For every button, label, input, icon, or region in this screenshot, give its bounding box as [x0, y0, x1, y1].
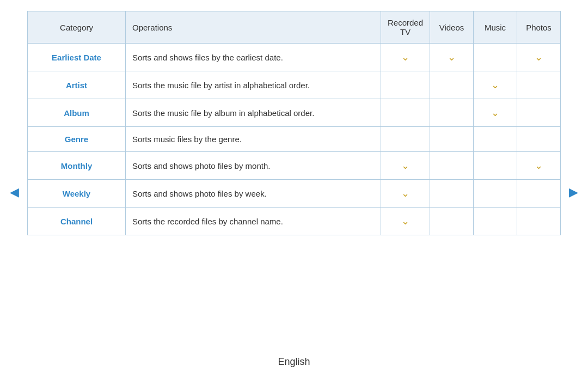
cell-music: ⌄: [474, 99, 517, 127]
cell-music: ⌄: [474, 71, 517, 99]
cell-operations: Sorts and shows photo files by month.: [126, 152, 381, 180]
cell-operations: Sorts and shows files by the earliest da…: [126, 44, 381, 71]
cell-videos: [430, 208, 474, 235]
cell-videos: [430, 71, 474, 99]
cell-photos: [517, 208, 561, 235]
cell-operations: Sorts music files by the genre.: [126, 127, 381, 152]
cell-operations: Sorts the music file by artist in alphab…: [126, 71, 381, 99]
cell-photos: [517, 71, 561, 99]
cell-category: Monthly: [28, 152, 126, 180]
checkmark-music: ⌄: [491, 107, 499, 119]
cell-operations: Sorts the music file by album in alphabe…: [126, 99, 381, 127]
header-videos: Videos: [430, 11, 474, 44]
header-music: Music: [474, 11, 517, 44]
cell-videos: [430, 152, 474, 180]
checkmark-videos: ⌄: [448, 51, 456, 63]
table-row: MonthlySorts and shows photo files by mo…: [28, 152, 561, 180]
table-header-row: Category Operations RecordedTV Videos Mu…: [28, 11, 561, 44]
cell-music: [474, 208, 517, 235]
cell-recorded: ⌄: [381, 180, 430, 208]
header-photos: Photos: [517, 11, 561, 44]
nav-arrow-right[interactable]: ▶: [569, 185, 578, 199]
cell-operations: Sorts the recorded files by channel name…: [126, 208, 381, 235]
cell-music: [474, 127, 517, 152]
cell-recorded: ⌄: [381, 208, 430, 235]
cell-photos: ⌄: [517, 152, 561, 180]
cell-music: [474, 180, 517, 208]
main-table: Category Operations RecordedTV Videos Mu…: [27, 11, 561, 235]
cell-recorded: [381, 127, 430, 152]
cell-photos: [517, 127, 561, 152]
cell-operations: Sorts and shows photo files by week.: [126, 180, 381, 208]
cell-category: Album: [28, 99, 126, 127]
header-operations: Operations: [126, 11, 381, 44]
footer-language: English: [278, 340, 310, 379]
checkmark-recorded: ⌄: [401, 187, 409, 199]
cell-recorded: [381, 99, 430, 127]
table-row: ChannelSorts the recorded files by chann…: [28, 208, 561, 235]
table-row: AlbumSorts the music file by album in al…: [28, 99, 561, 127]
cell-videos: [430, 127, 474, 152]
table-row: WeeklySorts and shows photo files by wee…: [28, 180, 561, 208]
checkmark-photos: ⌄: [535, 51, 543, 63]
cell-photos: [517, 180, 561, 208]
table-row: Earliest DateSorts and shows files by th…: [28, 44, 561, 71]
cell-category: Artist: [28, 71, 126, 99]
header-category: Category: [28, 11, 126, 44]
cell-videos: ⌄: [430, 44, 474, 71]
cell-category: Genre: [28, 127, 126, 152]
cell-videos: [430, 99, 474, 127]
cell-recorded: ⌄: [381, 152, 430, 180]
cell-photos: [517, 99, 561, 127]
cell-photos: ⌄: [517, 44, 561, 71]
page-wrapper: ◀ ▶ Category Operations RecordedTV Video…: [0, 0, 588, 384]
cell-music: [474, 44, 517, 71]
cell-category: Earliest Date: [28, 44, 126, 71]
header-recorded: RecordedTV: [381, 11, 430, 44]
cell-recorded: ⌄: [381, 44, 430, 71]
table-row: GenreSorts music files by the genre.: [28, 127, 561, 152]
checkmark-music: ⌄: [491, 79, 499, 91]
nav-arrow-left[interactable]: ◀: [10, 185, 19, 199]
checkmark-photos: ⌄: [535, 160, 543, 172]
table-container: Category Operations RecordedTV Videos Mu…: [27, 11, 561, 235]
cell-category: Channel: [28, 208, 126, 235]
cell-videos: [430, 180, 474, 208]
checkmark-recorded: ⌄: [401, 51, 409, 63]
cell-music: [474, 152, 517, 180]
cell-category: Weekly: [28, 180, 126, 208]
table-row: ArtistSorts the music file by artist in …: [28, 71, 561, 99]
checkmark-recorded: ⌄: [401, 160, 409, 172]
cell-recorded: [381, 71, 430, 99]
checkmark-recorded: ⌄: [401, 215, 409, 227]
